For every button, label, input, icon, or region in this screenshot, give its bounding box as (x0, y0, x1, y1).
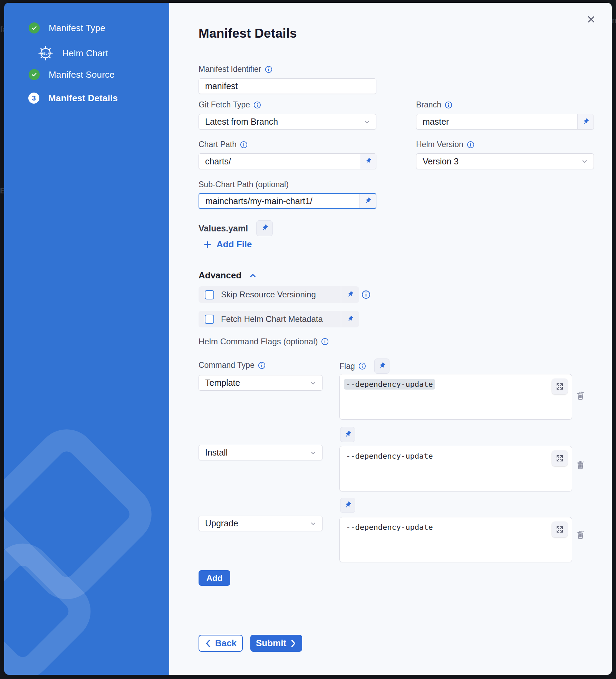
chevron-down-icon (310, 520, 317, 527)
advanced-label: Advanced (199, 270, 241, 281)
back-label: Back (215, 638, 237, 649)
sidebar-step-manifest-details[interactable]: 3 Manifest Details (28, 93, 118, 104)
command-type-label: Command Type (199, 361, 266, 370)
back-button[interactable]: Back (199, 635, 243, 652)
expand-icon[interactable] (552, 450, 568, 466)
command-type-select[interactable]: Upgrade (199, 516, 323, 531)
backdrop-text-fragment: ne (612, 16, 616, 25)
check-circle-icon (29, 22, 40, 34)
pin-icon[interactable] (341, 286, 359, 303)
chevron-up-icon (248, 271, 257, 280)
close-icon[interactable] (585, 13, 597, 26)
flag-label-row: Flag (339, 358, 389, 374)
values-file-row: Values.yaml (199, 220, 273, 236)
svg-text:HELM: HELM (41, 52, 50, 55)
branch-input[interactable] (416, 117, 577, 127)
info-icon[interactable] (265, 66, 272, 73)
helm-command-flags-label: Helm Command Flags (optional) (199, 337, 329, 346)
info-icon[interactable] (253, 101, 261, 109)
chevron-left-icon (205, 640, 211, 647)
info-icon[interactable] (445, 101, 452, 109)
submit-button[interactable]: Submit (250, 635, 302, 652)
screen: { "backdrop": { "fragments": ["fa", "E",… (0, 0, 616, 679)
branch-field (416, 114, 594, 130)
info-icon[interactable] (467, 141, 474, 149)
helm-version-select[interactable]: Version 3 (416, 153, 594, 169)
manifest-wizard-modal: Manifest Type HELM Helm Chart (4, 3, 612, 675)
fetch-helm-chart-metadata-checkbox[interactable] (205, 315, 214, 324)
sub-chart-path-field (199, 193, 376, 209)
expand-icon[interactable] (552, 522, 568, 537)
sidebar-step-label: Helm Chart (62, 48, 108, 59)
flag-textarea[interactable]: --dependency-update (339, 517, 572, 562)
plus-icon (203, 240, 212, 249)
sidebar-step-label: Manifest Source (49, 69, 115, 80)
pin-icon[interactable] (359, 194, 376, 208)
chart-path-field (199, 153, 376, 169)
pin-icon[interactable] (341, 311, 359, 327)
info-icon[interactable] (240, 141, 248, 149)
chevron-down-icon (581, 158, 588, 165)
pin-icon[interactable] (256, 220, 273, 236)
git-fetch-type-label: Git Fetch Type (199, 100, 261, 109)
chart-path-input[interactable] (199, 156, 360, 166)
pin-icon[interactable] (360, 154, 376, 169)
add-file-button[interactable]: Add File (203, 239, 252, 250)
sub-chart-path-label: Sub-Chart Path (optional) (199, 180, 289, 189)
chevron-down-icon (364, 118, 370, 125)
git-fetch-type-select[interactable]: Latest from Branch (199, 114, 376, 130)
info-icon[interactable] (362, 290, 370, 299)
command-type-value: Template (199, 378, 246, 388)
flag-value: --dependency-update (346, 452, 433, 460)
expand-icon[interactable] (552, 379, 568, 394)
step-number-badge: 3 (28, 93, 39, 104)
manifest-identifier-field (199, 78, 376, 94)
info-icon[interactable] (258, 362, 266, 369)
helm-version-label: Helm Version (416, 140, 474, 149)
add-file-label: Add File (216, 239, 252, 250)
sidebar-step-manifest-source[interactable]: Manifest Source (29, 69, 115, 80)
submit-label: Submit (256, 638, 286, 649)
sidebar-step-label: Manifest Type (49, 23, 105, 34)
sidebar-step-manifest-type[interactable]: Manifest Type (29, 22, 105, 34)
chart-path-label: Chart Path (199, 140, 248, 149)
command-type-value: Install (199, 448, 234, 458)
flag-textarea[interactable]: --dependency-update (339, 446, 572, 491)
fetch-helm-chart-metadata-row: Fetch Helm Chart Metadata (199, 311, 359, 327)
manifest-identifier-input[interactable] (199, 81, 376, 91)
git-fetch-type-value: Latest from Branch (199, 117, 284, 127)
add-flag-button[interactable]: Add (199, 570, 230, 586)
checkbox-label: Skip Resource Versioning (221, 290, 341, 299)
check-circle-icon (29, 69, 40, 80)
info-icon[interactable] (358, 362, 366, 370)
command-type-value: Upgrade (199, 518, 244, 528)
sidebar-step-helm-chart[interactable]: HELM Helm Chart (38, 46, 108, 61)
flag-textarea[interactable]: --dependency-update (339, 374, 572, 420)
flag-value: --dependency-update (346, 523, 433, 532)
info-icon[interactable] (321, 338, 329, 345)
command-type-select[interactable]: Install (199, 445, 323, 460)
sub-chart-path-input[interactable] (199, 196, 359, 206)
pin-icon[interactable] (340, 427, 355, 442)
manifest-identifier-label: Manifest Identifier (199, 65, 272, 74)
chevron-down-icon (310, 380, 317, 386)
pin-icon[interactable] (374, 358, 389, 374)
wizard-sidebar: Manifest Type HELM Helm Chart (4, 3, 169, 675)
pin-icon[interactable] (577, 114, 594, 129)
pin-icon[interactable] (340, 498, 355, 513)
delete-flag-icon[interactable] (574, 389, 587, 402)
skip-resource-versioning-checkbox[interactable] (205, 290, 214, 299)
chevron-right-icon (290, 640, 297, 647)
checkbox-label: Fetch Helm Chart Metadata (221, 314, 341, 324)
advanced-toggle[interactable]: Advanced (199, 270, 257, 281)
helm-wheel-icon: HELM (38, 46, 53, 61)
chevron-down-icon (310, 449, 317, 456)
manifest-details-panel: Manifest Details Manifest Identifier Git… (169, 3, 612, 675)
delete-flag-icon[interactable] (574, 458, 587, 471)
page-title: Manifest Details (199, 26, 297, 41)
helm-version-value: Version 3 (416, 156, 465, 166)
values-file-label: Values.yaml (199, 223, 248, 233)
flag-value-selected: --dependency-update (344, 379, 435, 390)
delete-flag-icon[interactable] (574, 528, 587, 541)
command-type-select[interactable]: Template (199, 375, 323, 391)
